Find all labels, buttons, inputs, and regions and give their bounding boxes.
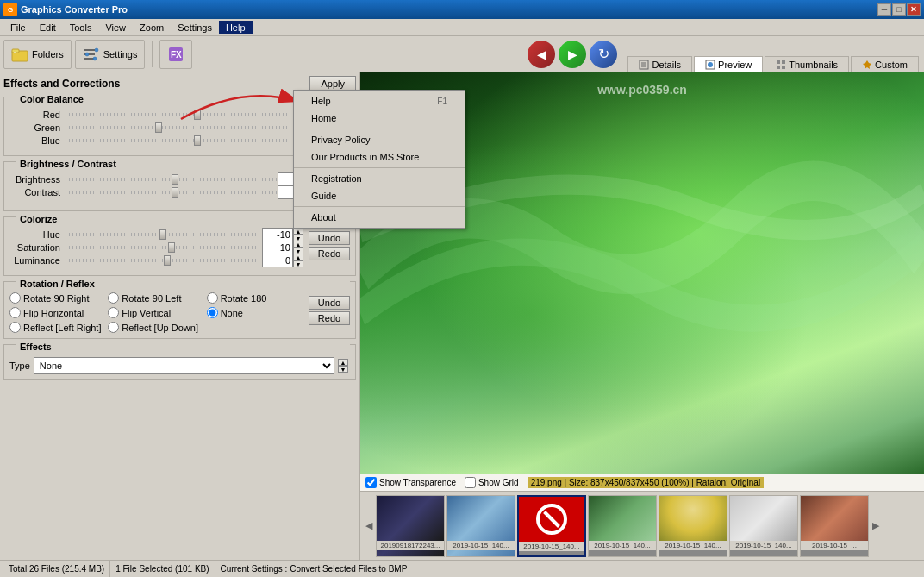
tab-preview-label: Preview (718, 60, 752, 70)
colorize-undo-button[interactable]: Undo (309, 231, 350, 245)
about-item[interactable]: About (294, 209, 465, 226)
privacy-policy-label: Privacy Policy (311, 135, 370, 145)
reflect-ud-radio[interactable] (108, 322, 119, 333)
hue-value[interactable]: -10 (262, 228, 293, 241)
reflect-lr-option[interactable]: Reflect [Left Right] (9, 322, 108, 333)
red-slider[interactable] (66, 113, 322, 116)
effects-toolbar-button[interactable]: FX (159, 40, 192, 69)
selected-files-text: 1 File Selected (101 KB) (116, 564, 209, 574)
reflect-lr-radio[interactable] (9, 322, 21, 333)
privacy-policy-item[interactable]: Privacy Policy (294, 131, 465, 148)
thumb-preview-1 (377, 496, 444, 541)
thumbnail-item[interactable]: 2019-10-15_140... (729, 495, 798, 557)
rotate180-option[interactable]: Rotate 180 (207, 292, 305, 304)
close-button[interactable]: ✕ (907, 3, 921, 16)
thumbnail-item[interactable]: 2019-10-15_... (800, 495, 869, 557)
flip-vertical-option[interactable]: Flip Vertical (108, 307, 206, 318)
luminance-value[interactable]: 0 (262, 254, 293, 267)
transparence-check[interactable] (365, 477, 377, 488)
brightness-slider[interactable] (66, 178, 278, 181)
hue-up[interactable]: ▲ (293, 228, 303, 235)
menu-tools[interactable]: Tools (63, 21, 99, 34)
folders-button[interactable]: Folders (3, 40, 72, 69)
thumbnail-item[interactable]: 20190918172243... (376, 495, 445, 557)
flip-vertical-radio[interactable] (108, 307, 119, 318)
show-transparence-checkbox[interactable]: Show Transparence (365, 477, 456, 488)
refresh-button[interactable]: ↻ (590, 41, 617, 68)
rotate180-radio[interactable] (207, 292, 218, 304)
sat-up[interactable]: ▲ (293, 241, 303, 248)
none-label: None (221, 308, 243, 318)
prev-button[interactable]: ◀ (528, 41, 555, 68)
maximize-button[interactable]: □ (892, 3, 906, 16)
thumbnail-item-selected[interactable]: 2019-10-15_140... (517, 495, 586, 557)
contrast-slider[interactable] (66, 191, 278, 194)
contrast-slider-row: Contrast 0 (9, 185, 305, 199)
rotation-redo-button[interactable]: Redo (309, 311, 350, 325)
menu-bar: File Edit Tools View Zoom Settings Help (0, 19, 924, 36)
rotate90left-option[interactable]: Rotate 90 Left (108, 292, 206, 304)
green-slider[interactable] (66, 126, 322, 129)
menu-file[interactable]: File (3, 21, 33, 34)
image-status-bar: Show Transparence Show Grid 219.png | Si… (360, 474, 924, 491)
rotate90right-option[interactable]: Rotate 90 Right (9, 292, 108, 304)
colorize-redo-button[interactable]: Redo (309, 247, 350, 260)
svg-point-8 (93, 57, 97, 60)
thumb-scroll-right[interactable]: ▶ (871, 518, 881, 533)
menu-edit[interactable]: Edit (33, 21, 63, 34)
ms-store-item[interactable]: Our Products in MS Store (294, 148, 465, 166)
flip-horizontal-option[interactable]: Flip Horizontal (9, 307, 108, 318)
effects-up[interactable]: ▲ (338, 359, 348, 366)
registration-item[interactable]: Registration (294, 170, 465, 187)
thumbnail-item[interactable]: 2019-10-15_140... (446, 495, 515, 557)
svg-point-7 (85, 53, 89, 56)
blue-slider[interactable] (66, 139, 322, 142)
luminance-slider[interactable] (66, 259, 262, 262)
home-item[interactable]: Home (294, 110, 465, 127)
guide-item[interactable]: Guide (294, 187, 465, 204)
tab-custom[interactable]: Custom (851, 56, 919, 72)
minimize-button[interactable]: ─ (877, 3, 891, 16)
lum-up[interactable]: ▲ (293, 254, 303, 260)
flip-horizontal-radio[interactable] (9, 307, 21, 318)
none-radio[interactable] (207, 307, 218, 318)
svg-rect-3 (84, 49, 95, 51)
rotate180-label: Rotate 180 (221, 293, 267, 304)
saturation-slider[interactable] (66, 246, 262, 249)
effects-type-select[interactable]: None (34, 357, 334, 374)
menu-zoom[interactable]: Zoom (133, 21, 171, 34)
show-grid-checkbox[interactable]: Show Grid (465, 477, 519, 488)
menu-view[interactable]: View (98, 21, 133, 34)
effects-down[interactable]: ▼ (338, 366, 348, 373)
menu-settings[interactable]: Settings (171, 21, 219, 34)
rotation-undo-button[interactable]: Undo (309, 296, 350, 310)
settings-button[interactable]: Settings (75, 40, 146, 69)
help-item[interactable]: Help F1 (294, 92, 465, 110)
guide-label: Guide (311, 191, 336, 201)
reflect-ud-option[interactable]: Reflect [Up Down] (108, 322, 206, 333)
tab-details[interactable]: Details (627, 56, 692, 72)
luminance-label: Luminance (9, 255, 66, 266)
none-option[interactable]: None (207, 307, 305, 318)
window-controls: ─ □ ✕ (877, 3, 921, 16)
saturation-slider-row: Saturation 10 ▲ ▼ (9, 241, 305, 254)
thumb-preview-3 (519, 497, 584, 542)
thumbnail-item[interactable]: 2019-10-15_140... (659, 495, 727, 557)
rotate90right-radio[interactable] (9, 292, 21, 304)
thumb-scroll-left[interactable]: ◀ (364, 518, 374, 533)
reflect-ud-label: Reflect [Up Down] (122, 323, 198, 333)
tab-preview[interactable]: Preview (694, 56, 763, 72)
grid-check[interactable] (465, 477, 476, 488)
saturation-value[interactable]: 10 (262, 241, 293, 254)
home-label: Home (311, 113, 336, 123)
menu-help[interactable]: Help (219, 21, 253, 34)
hue-slider[interactable] (66, 233, 262, 236)
lum-down[interactable]: ▼ (293, 260, 303, 267)
rotate90left-radio[interactable] (108, 292, 119, 304)
tab-thumbnails[interactable]: Thumbnails (765, 56, 849, 72)
thumbnail-item[interactable]: 2019-10-15_140... (588, 495, 657, 557)
hue-slider-row: Hue -10 ▲ ▼ (9, 228, 305, 241)
play-button[interactable]: ▶ (559, 41, 586, 68)
thumb-preview-7 (801, 496, 868, 541)
toolbar-separator-1 (152, 41, 153, 67)
